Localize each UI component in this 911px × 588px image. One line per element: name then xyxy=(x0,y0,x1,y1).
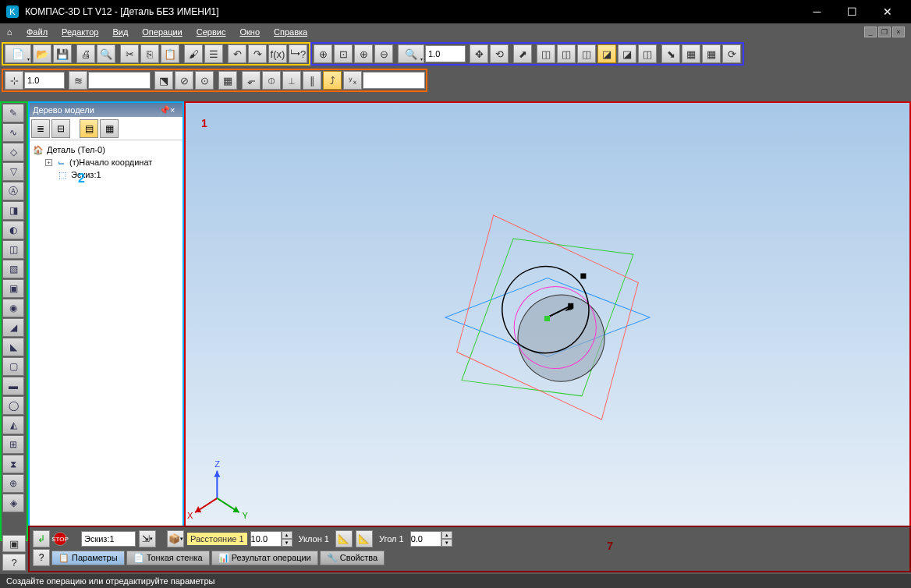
tab-parameters[interactable]: 📋Параметры xyxy=(51,551,125,565)
ortho-button[interactable]: ⬐ xyxy=(242,71,261,90)
hidden-thin-button[interactable]: ◫ xyxy=(557,44,576,63)
tab-thin-wall[interactable]: 📄Тонкая стенка xyxy=(126,551,210,565)
menu-window[interactable]: Окно xyxy=(233,26,266,38)
tree-mode1-button[interactable]: ≣ xyxy=(31,119,50,138)
redo-button[interactable]: ↷ xyxy=(248,44,267,63)
sketch-combo[interactable] xyxy=(81,531,136,547)
hole-button[interactable]: ◯ xyxy=(2,396,24,415)
perspective-button[interactable]: ◫ xyxy=(638,44,657,63)
minimize-button[interactable]: ─ xyxy=(799,0,835,23)
tree-root-node[interactable]: 🏠 Деталь (Тел-0) xyxy=(33,143,179,156)
bl-btn-help[interactable]: ? xyxy=(2,554,26,571)
expand-icon[interactable]: + xyxy=(45,159,52,166)
grid-button[interactable]: ▦ xyxy=(218,71,237,90)
copy-button[interactable]: ⎘ xyxy=(140,44,159,63)
menu-editor[interactable]: Редактор xyxy=(55,26,105,38)
viewport-3d[interactable]: 1 xyxy=(184,101,911,541)
parallel-button[interactable]: ∥ xyxy=(303,71,321,90)
chamfer-button[interactable]: ◣ xyxy=(2,338,24,356)
distance-input[interactable] xyxy=(250,531,282,547)
shaded-button[interactable]: ◪ xyxy=(618,44,636,63)
revolve-button[interactable]: ◐ xyxy=(2,221,24,239)
snap-end-button[interactable]: ⬔ xyxy=(154,71,173,90)
apply-button[interactable]: ↲ xyxy=(33,530,50,547)
paste-button[interactable]: 📋 xyxy=(161,44,179,63)
properties-button[interactable]: ☰ xyxy=(204,44,223,63)
variables-button[interactable]: f(x) xyxy=(268,44,287,63)
angle-spinner[interactable]: ▲▼ xyxy=(410,531,452,547)
distance-spinner[interactable]: ▲▼ xyxy=(250,531,292,547)
menu-operations[interactable]: Операции xyxy=(136,26,188,38)
pin-icon[interactable]: 📌 xyxy=(159,105,168,115)
zoom-out-button[interactable]: ⊖ xyxy=(374,44,393,63)
sweep-button[interactable]: ◫ xyxy=(2,240,24,259)
tangent-button[interactable]: ⦶ xyxy=(262,71,281,90)
menu-service[interactable]: Сервис xyxy=(190,26,232,38)
section-button[interactable]: ▦ xyxy=(682,44,700,63)
open-button[interactable]: 📂 xyxy=(33,44,51,63)
sketch-select-button[interactable]: ⇲▾ xyxy=(139,530,156,547)
shell-button[interactable]: ▢ xyxy=(2,357,24,376)
zoom-in-button[interactable]: ⊕ xyxy=(354,44,373,63)
filter-button[interactable]: ▽ xyxy=(2,162,24,181)
wireframe-button[interactable]: ◫ xyxy=(537,44,555,63)
snap-mid-button[interactable]: ⊘ xyxy=(175,71,193,90)
loft-button[interactable]: ▧ xyxy=(2,260,24,278)
fillet-button[interactable]: ◢ xyxy=(2,318,24,337)
cut-extrude-button[interactable]: ▣ xyxy=(2,279,24,298)
zoom-prev-button[interactable]: 🔍▾ xyxy=(398,44,424,63)
tree-mode3-button[interactable]: ▤ xyxy=(80,119,98,138)
xy-coords-button[interactable]: ʸₓ xyxy=(343,71,362,90)
layers-button[interactable]: ≋ xyxy=(69,71,87,90)
props-help-button[interactable]: ? xyxy=(33,549,50,566)
snap-center-button[interactable]: ⊙ xyxy=(195,71,214,90)
system-menu-icon[interactable]: ⌂ xyxy=(3,26,16,38)
zoom-fit-button[interactable]: ⊡ xyxy=(334,44,353,63)
tree-close-icon[interactable]: × xyxy=(170,105,179,115)
tree-sketch-node[interactable]: ⬚ Эскиз:1 xyxy=(33,168,179,181)
spline-button[interactable]: ∿ xyxy=(2,123,24,142)
slope-out-button[interactable]: 📐 xyxy=(335,530,353,547)
mirror-button[interactable]: ⧗ xyxy=(2,455,24,473)
refresh-button[interactable]: ⟳ xyxy=(722,44,741,63)
brush-button[interactable]: 🖌 xyxy=(184,44,203,63)
print-button[interactable]: 🖨 xyxy=(76,44,95,63)
menu-help[interactable]: Справка xyxy=(268,26,314,38)
mdi-restore[interactable]: ❐ xyxy=(878,27,891,37)
cancel-button[interactable]: STOP xyxy=(53,532,67,546)
tree-mode2-button[interactable]: ⊟ xyxy=(51,119,70,138)
rectangle-button[interactable]: ◇ xyxy=(2,143,24,161)
simplify-button[interactable]: ⬊ xyxy=(661,44,680,63)
pattern-button[interactable]: ⊞ xyxy=(2,435,24,454)
edit-sketch-button[interactable]: ✎ xyxy=(2,104,24,122)
zoom-input[interactable] xyxy=(425,45,466,62)
angle-input[interactable] xyxy=(410,531,441,547)
draft-button[interactable]: ◭ xyxy=(2,416,24,434)
cut-button[interactable]: ✂ xyxy=(120,44,139,63)
cut-revolve-button[interactable]: ◉ xyxy=(2,299,24,317)
bl-btn-1[interactable]: ▣ xyxy=(2,535,26,552)
zoom-window-button[interactable]: ⊕ xyxy=(314,44,332,63)
rotate-button[interactable]: ⟲ xyxy=(490,44,509,63)
shaded-wire-button[interactable]: ◪ xyxy=(597,44,616,63)
new-button[interactable]: 📄▾ xyxy=(5,44,31,63)
help-cursor-button[interactable]: ⮡? xyxy=(289,44,307,63)
menu-file[interactable]: Файл xyxy=(20,26,54,38)
mdi-close[interactable]: × xyxy=(892,27,905,37)
preview-button[interactable]: 🔍 xyxy=(97,44,115,63)
surface-button[interactable]: ◈ xyxy=(2,494,24,512)
mdi-minimize[interactable]: _ xyxy=(864,27,877,37)
close-button[interactable]: ✕ xyxy=(870,0,905,23)
layer-input[interactable] xyxy=(88,72,151,89)
boolean-button[interactable]: ⊕ xyxy=(2,474,24,493)
menu-view[interactable]: Вид xyxy=(106,26,134,38)
save-button[interactable]: 💾 xyxy=(53,44,72,63)
hide-button[interactable]: ▦ xyxy=(702,44,721,63)
maximize-button[interactable]: ☐ xyxy=(835,0,870,23)
pan-button[interactable]: ✥ xyxy=(470,44,488,63)
direction-button[interactable]: 📦▾ xyxy=(167,530,184,547)
origin-snap-button[interactable]: ⊹ xyxy=(5,71,23,90)
coord-input[interactable] xyxy=(363,72,425,89)
hidden-remove-button[interactable]: ◫ xyxy=(577,44,596,63)
undo-button[interactable]: ↶ xyxy=(228,44,246,63)
